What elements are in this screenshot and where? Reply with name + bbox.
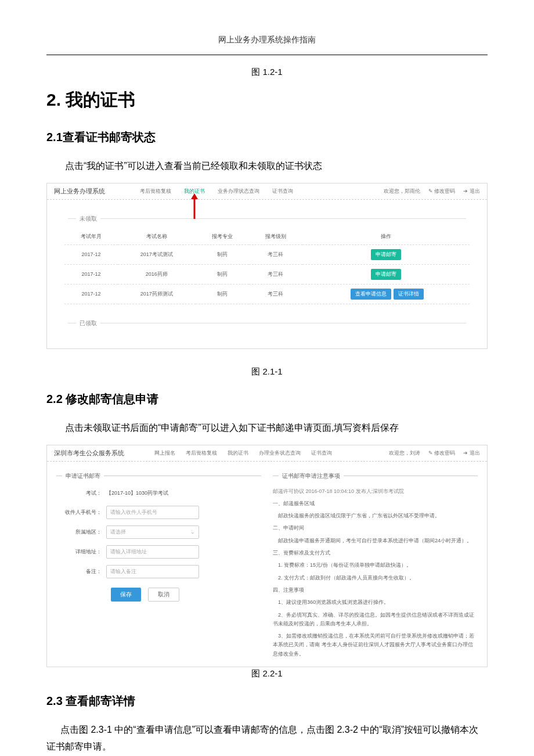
table-row: 2017-122017考试测试制药考三科申请邮寄 <box>64 244 470 264</box>
form-row-phone: 收件人手机号： 请输入收件人手机号 <box>56 506 261 519</box>
placeholder: 请输入收件人手机号 <box>110 509 157 516</box>
notice-line: 2. 支付方式：邮政到付（邮政递件人员直接向考生收取）。 <box>273 574 478 582</box>
table-row: 2017-122017药师测试制药考三科查看申请信息证书详情 <box>64 284 470 304</box>
action-button[interactable]: 证书详情 <box>394 289 424 300</box>
table-row: 2017-122016药师制药考三科申请邮寄 <box>64 264 470 284</box>
form-row-region: 所属地区： 请选择 ⌄ <box>56 525 261 539</box>
notice-meta: 邮递许可协议 2016-07-18 10:04:10 发布人:深圳市考试院 <box>273 487 478 496</box>
figure-caption-2-1-1: 图 2.1-1 <box>46 366 488 377</box>
cell-actions: 申请邮寄 <box>302 244 470 264</box>
nav-item[interactable]: 网上报名 <box>154 449 175 457</box>
logout-link[interactable]: ➔ 退出 <box>463 449 480 457</box>
nav-item[interactable]: 考后资格复核 <box>140 188 171 195</box>
change-password-link[interactable]: ✎ 修改密码 <box>428 449 456 457</box>
notice-line: 四、注意事项 <box>273 586 478 595</box>
th: 考试名称 <box>118 229 196 245</box>
topbar2-right: 欢迎您，刘涛 ✎ 修改密码 ➔ 退出 <box>389 449 480 457</box>
notice-title: 证书邮寄申请注意事项 <box>273 472 478 480</box>
label-remark: 备注： <box>56 568 106 575</box>
notice-line: 邮政快递服务的投递区域仅限于广东省，广东省以外区域不受理申请。 <box>273 512 478 520</box>
address-input[interactable]: 请输入详细地址 <box>106 545 199 559</box>
form-row-remark: 备注： 请输入备注 <box>56 565 261 578</box>
cell: 考三科 <box>249 264 302 284</box>
heading-2: 2. 我的证书 <box>46 88 488 112</box>
paragraph-2-3: 点击图 2.3-1 中的“查看申请信息”可以查看申请邮寄的信息，点击图 2.3-… <box>46 722 488 755</box>
paragraph-2-2: 点击未领取证书后面的“申请邮寄”可以进入如下证书邮递申请页面,填写资料后保存 <box>46 420 488 437</box>
form-panel: 申请证书邮寄 考试： 【2017-10】1030药学考试 收件人手机号： 请输入… <box>56 472 261 658</box>
cell: 2017药师测试 <box>118 284 196 304</box>
nav-item[interactable]: 我的证书 <box>228 449 248 457</box>
nav-item[interactable]: 证书查询 <box>311 449 332 457</box>
topbar: 网上业务办理系统 考后资格复核 我的证书 业务办理状态查询 证书查询 欢迎您，郑… <box>47 183 487 200</box>
form-buttons: 保存 取消 <box>56 588 261 602</box>
cell: 考三科 <box>249 244 302 264</box>
cell: 制药 <box>196 244 249 264</box>
heading-2-3: 2.3 查看邮寄详情 <box>46 693 488 709</box>
nav2: 网上报名 考后资格复核 我的证书 办理业务状态查询 证书查询 <box>154 449 376 457</box>
header-rule <box>46 55 488 55</box>
label-region: 所属地区： <box>56 528 106 536</box>
notice-line: 三、资费标准及支付方式 <box>273 549 478 557</box>
cell: 考三科 <box>249 284 302 304</box>
th: 报考级别 <box>249 229 302 245</box>
notice-line: 1、建议使用360浏览器或火狐浏览器进行操作。 <box>273 598 478 607</box>
svg-marker-1 <box>191 193 198 199</box>
th: 报考专业 <box>196 229 249 245</box>
group-unclaimed: 未领取 <box>64 215 470 223</box>
document-page: 网上业务办理系统操作指南 图 1.2-1 2. 我的证书 2.1查看证书邮寄状态… <box>0 0 534 756</box>
brand-text: 网上业务办理系统 <box>54 187 105 196</box>
cell: 2017-12 <box>64 244 118 264</box>
nav-item[interactable]: 考后资格复核 <box>186 449 217 457</box>
cancel-button[interactable]: 取消 <box>148 588 179 602</box>
cert-table: 考试年月 考试名称 报考专业 报考级别 操作 2017-122017考试测试制药… <box>64 229 470 304</box>
phone-input[interactable]: 请输入收件人手机号 <box>106 506 199 519</box>
action-button[interactable]: 申请邮寄 <box>371 249 401 260</box>
form-row-exam: 考试： 【2017-10】1030药学考试 <box>56 487 261 499</box>
figure-caption-1-2-1: 图 1.2-1 <box>46 67 488 78</box>
cert-body: 未领取 考试年月 考试名称 报考专业 报考级别 操作 2017-122017考试… <box>47 200 487 348</box>
region-select[interactable]: 请选择 ⌄ <box>106 525 199 539</box>
welcome-text: 欢迎您，郑雨伦 <box>384 188 420 195</box>
placeholder: 请选择 <box>110 528 126 536</box>
nav-item[interactable]: 业务办理状态查询 <box>218 188 259 195</box>
notice-line: 一、邮递服务区域 <box>273 499 478 508</box>
logout-link[interactable]: ➔ 退出 <box>463 188 480 195</box>
action-button[interactable]: 查看申请信息 <box>351 289 391 300</box>
save-button[interactable]: 保存 <box>111 588 141 602</box>
running-header: 网上业务办理系统操作指南 <box>46 35 488 45</box>
label-phone: 收件人手机号： <box>56 509 106 516</box>
form-row-address: 详细地址： 请输入详细地址 <box>56 545 261 559</box>
label-address: 详细地址： <box>56 548 106 556</box>
cell-actions: 查看申请信息证书详情 <box>302 284 470 304</box>
topbar-right: 欢迎您，郑雨伦 ✎ 修改密码 ➔ 退出 <box>384 188 480 195</box>
group-claimed: 已领取 <box>64 319 470 327</box>
cell: 2017考试测试 <box>118 244 196 264</box>
notice-line: 3、如需修改或撤销投递信息，在本系统关闭前可自行登录系统并修改或撤销申请；若本系… <box>273 632 478 658</box>
brand-text: 深圳市考生公众服务系统 <box>54 449 124 458</box>
heading-2-1: 2.1查看证书邮寄状态 <box>46 129 488 145</box>
welcome-text: 欢迎您，刘涛 <box>389 449 420 457</box>
notice-line: 邮政快递申请服务开通期间，考生可自行登录本系统进行申请（期间24小时开通）。 <box>273 537 478 545</box>
topbar2: 深圳市考生公众服务系统 网上报名 考后资格复核 我的证书 办理业务状态查询 证书… <box>47 445 487 462</box>
nav-item[interactable]: 证书查询 <box>272 188 293 195</box>
red-arrow-icon <box>191 193 198 219</box>
action-button[interactable]: 申请邮寄 <box>371 269 401 280</box>
form-title: 申请证书邮寄 <box>56 472 261 480</box>
placeholder: 请输入详细地址 <box>110 548 147 556</box>
notice-line: 2、务必填写真实、准确、详尽的投递信息。如因考生提供信息错误或者不详而造成证书未… <box>273 611 478 629</box>
cell: 制药 <box>196 264 249 284</box>
nav: 考后资格复核 我的证书 业务办理状态查询 证书查询 <box>140 188 384 195</box>
nav-item[interactable]: 办理业务状态查询 <box>259 449 301 457</box>
figure-caption-2-2-1: 图 2.2-1 <box>46 668 488 679</box>
cell-actions: 申请邮寄 <box>302 264 470 284</box>
cell: 2016药师 <box>118 264 196 284</box>
cell: 制药 <box>196 284 249 304</box>
remark-input[interactable]: 请输入备注 <box>106 565 199 578</box>
chevron-down-icon: ⌄ <box>190 529 195 535</box>
value-exam: 【2017-10】1030药学考试 <box>106 487 199 499</box>
shot2-body: 申请证书邮寄 考试： 【2017-10】1030药学考试 收件人手机号： 请输入… <box>47 462 487 667</box>
change-password-link[interactable]: ✎ 修改密码 <box>428 188 456 195</box>
screenshot-2-2-1: 深圳市考生公众服务系统 网上报名 考后资格复核 我的证书 办理业务状态查询 证书… <box>46 445 488 667</box>
notice-body: 邮递许可协议 2016-07-18 10:04:10 发布人:深圳市考试院 一、… <box>273 487 478 658</box>
screenshot-2-1-1: 网上业务办理系统 考后资格复核 我的证书 业务办理状态查询 证书查询 欢迎您，郑… <box>46 183 488 349</box>
